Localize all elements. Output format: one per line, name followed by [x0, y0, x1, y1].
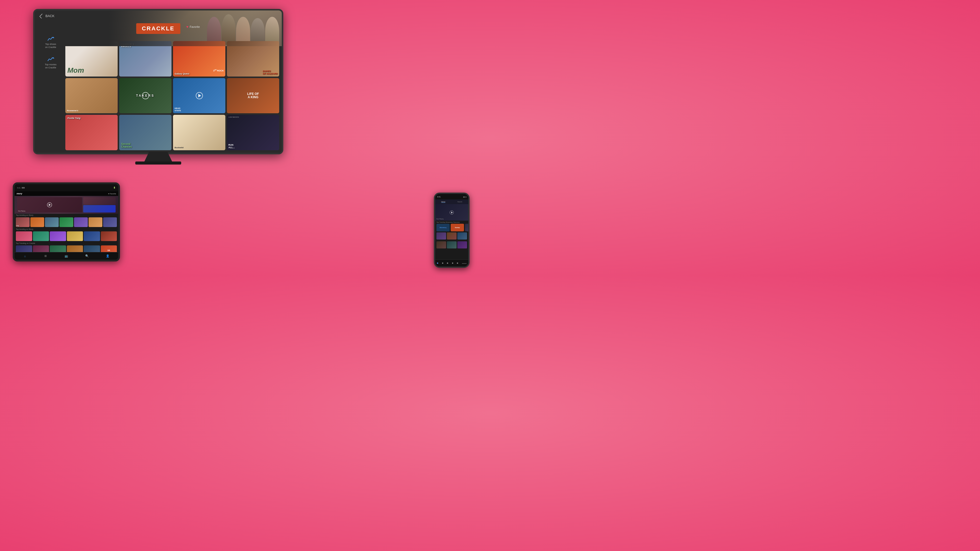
- tablet-thumb-dr[interactable]: DR: [101, 245, 117, 252]
- tablet-thumb-4[interactable]: [59, 218, 73, 227]
- revry-logo: revry: [17, 192, 22, 195]
- tablet-nav-channels[interactable]: 📺: [64, 254, 68, 259]
- tablet-thumb-9[interactable]: [33, 231, 49, 241]
- head-title: HEADSTATE: [175, 107, 181, 112]
- phone-tab-home[interactable]: Home: [441, 201, 445, 203]
- phone-nav-channels[interactable]: [447, 262, 448, 264]
- tablet-thumb-side-2[interactable]: [83, 205, 116, 213]
- tv-card-galaxy-quest[interactable]: Galaxy Quest 3rd ROCK: [173, 41, 225, 76]
- life-title: LIFE OFA KING: [247, 92, 259, 99]
- phone-content: Now Playing Top Trending Streaming Telev…: [435, 204, 468, 259]
- tablet-nav-grid[interactable]: ⊞: [43, 254, 48, 259]
- sidebar-item-shows[interactable]: Top showson Crackle: [38, 36, 63, 49]
- phone-channel-variety[interactable]: Variety: [451, 224, 464, 231]
- phone-time: 9:41: [437, 196, 441, 198]
- tablet-thumb-6[interactable]: [89, 218, 102, 227]
- tablet-player[interactable]: Now Playing: [14, 196, 118, 214]
- tablet-nav-profile[interactable]: 👤: [105, 254, 110, 259]
- tablet-thumb-8[interactable]: [16, 231, 32, 241]
- tv-card-second-chances[interactable]: SecondChances: [119, 115, 172, 150]
- back-label: BACK: [45, 14, 54, 18]
- tv-card-dukes[interactable]: DUKESOF HAZZARD: [227, 41, 279, 76]
- tv-card-takers[interactable]: TAKERS: [119, 78, 172, 114]
- phone-nav-profile[interactable]: [452, 262, 453, 264]
- tv-card-roseanne[interactable]: Roseanne's: [65, 78, 118, 114]
- pootie-title: Pootie Tang: [67, 117, 80, 119]
- tablet-thumb-3[interactable]: [45, 218, 59, 227]
- bloomberg-label: Bloomberg: [439, 226, 447, 229]
- head-play-overlay[interactable]: [196, 92, 203, 99]
- tablet-thumb-11[interactable]: [67, 231, 83, 241]
- tablet-thumb-2[interactable]: [30, 218, 44, 227]
- tv-sidebar: Top showson Crackle Top movieson Crackle: [38, 36, 63, 77]
- tv-card-head-of-state[interactable]: HEADSTATE: [173, 78, 225, 114]
- tv-bezel: BACK CRACKLE ♥ Favorite Top showson Crac…: [33, 9, 283, 154]
- tablet-thumb-15[interactable]: [33, 245, 49, 252]
- tablet-thumb-18[interactable]: [84, 245, 100, 252]
- tablet-thumb-side-1[interactable]: [83, 197, 116, 205]
- takers-title: TAKERS: [136, 94, 154, 97]
- back-arrow-icon: [39, 14, 45, 19]
- tv-card-runaways[interactable]: RUNALL... LIAM NEESON: [227, 115, 279, 150]
- phone-nav-settings[interactable]: [457, 262, 458, 264]
- tablet-bottom-nav: ⌂ ⊞ 📺 🔍 👤: [14, 252, 118, 260]
- phone-play-button[interactable]: [450, 210, 454, 214]
- tv-card-buckwild[interactable]: Buckwild: [173, 115, 225, 150]
- tablet-bezel: 9:41 ▮▮▮ 🔋 revry ♥ Favorite: [13, 183, 120, 262]
- phone-grid-item-2[interactable]: [447, 232, 457, 240]
- liam-label: LIAM NEESON: [228, 116, 239, 118]
- tablet-thumb-14[interactable]: [16, 245, 32, 252]
- mom-title: Mom: [67, 66, 84, 75]
- second-title: SecondChances: [121, 143, 132, 148]
- tv-card-charlies-angels[interactable]: CHARLIE'SANGELS: [119, 41, 172, 76]
- phone-grid-item-1[interactable]: [436, 232, 446, 240]
- tablet-content: Now Playing Top trending on Revry Orig: [14, 196, 118, 252]
- back-button[interactable]: BACK: [40, 14, 54, 18]
- phone-player[interactable]: Now Playing: [435, 204, 468, 221]
- phone-notch: [447, 194, 457, 196]
- phone-play-icon: [451, 211, 453, 213]
- tablet-thumb-row-2: [14, 230, 118, 242]
- favorite-label: Favorite: [189, 25, 200, 28]
- galaxy-title: Galaxy Quest: [175, 73, 189, 75]
- phone-grid-item-3[interactable]: [457, 232, 467, 240]
- tablet-thumb-7[interactable]: [103, 218, 117, 227]
- tv-card-life-of-king[interactable]: LIFE OFA KING: [227, 78, 279, 114]
- phone-channel-other[interactable]: [465, 224, 468, 231]
- phone-tab-search[interactable]: Search: [457, 201, 462, 203]
- tablet-nav-home[interactable]: ⌂: [23, 254, 27, 259]
- tablet-main-player[interactable]: Now Playing: [17, 197, 82, 213]
- tablet-play-button[interactable]: [47, 202, 52, 207]
- tv-card-mom[interactable]: NEW Mom: [65, 41, 118, 76]
- tablet-thumb-5[interactable]: [74, 218, 88, 227]
- phone-nav-home[interactable]: [437, 262, 438, 264]
- tablet-thumb-1[interactable]: Orig: [16, 218, 30, 227]
- tablet-thumb-12[interactable]: [84, 231, 100, 241]
- phone-grid-item-4[interactable]: [436, 241, 446, 248]
- tablet-player-inner: Now Playing: [17, 197, 116, 213]
- tablet-thumb-17[interactable]: [67, 245, 83, 252]
- phone-channel-row: Bloomberg Variety: [435, 223, 468, 232]
- sidebar-movies-label: Top movieson Crackle: [38, 63, 63, 69]
- tablet-time: 9:41: [17, 187, 21, 189]
- tablet-favorite[interactable]: ♥ Favorite: [108, 193, 116, 195]
- tablet-thumb-16[interactable]: [50, 245, 66, 252]
- phone-tabs: Home Search: [435, 200, 468, 204]
- tablet-thumb-10[interactable]: [50, 231, 66, 241]
- variety-label: Variety: [455, 227, 460, 228]
- phone-grid-row-1: [435, 232, 468, 240]
- phone-status-icons: ▮▮ ▮: [463, 196, 466, 198]
- favorite-button[interactable]: ♥ Favorite: [186, 25, 200, 29]
- trending-shows-icon: [47, 36, 54, 41]
- phone-grid-item-6[interactable]: [457, 241, 467, 248]
- tablet-thumb-13[interactable]: [101, 231, 117, 241]
- phone-channel-bloomberg[interactable]: Bloomberg: [436, 224, 450, 231]
- phone-nav-search[interactable]: [442, 262, 443, 264]
- phone-grid-item-5[interactable]: [447, 241, 457, 248]
- sidebar-item-movies[interactable]: Top movieson Crackle: [38, 56, 63, 69]
- tv-card-pootie-tang[interactable]: Pootie Tang: [65, 115, 118, 150]
- revry-header: revry ♥ Favorite: [14, 191, 118, 196]
- buckwild-title: Buckwild: [175, 146, 183, 149]
- tablet-nav-search[interactable]: 🔍: [85, 254, 89, 259]
- phone-bottom-nav: [435, 259, 468, 267]
